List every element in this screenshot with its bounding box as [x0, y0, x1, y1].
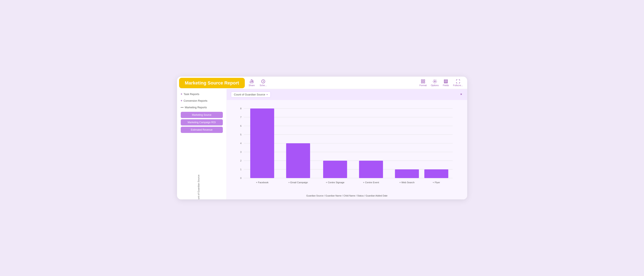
bar-facebook[interactable]: + Facebook: [250, 108, 274, 184]
share-label: Share: [249, 84, 255, 87]
fullscreen-icon: [456, 79, 460, 84]
svg-text:+ Flyer: + Flyer: [432, 181, 440, 184]
svg-text:+ Centre Event: + Centre Event: [363, 181, 379, 184]
svg-rect-31: [250, 108, 274, 178]
sidebar-item-label: Task Reports: [184, 93, 200, 96]
svg-rect-33: [286, 143, 310, 178]
title-badge: Marketing Source Report: [179, 78, 245, 88]
fields-icon: [444, 79, 448, 84]
options-icon: [432, 79, 437, 84]
sidebar-item-conversion-reports[interactable]: + Conversion Reports: [179, 98, 224, 103]
svg-rect-3: [251, 79, 252, 81]
svg-rect-8: [424, 82, 425, 83]
svg-rect-5: [422, 79, 423, 81]
dropdown-label: Count of Guardian Source: [234, 93, 265, 96]
share-icon: [249, 79, 254, 84]
chevron-down-icon: ▾: [266, 93, 268, 96]
format-icon: [421, 79, 425, 84]
app-container: Marketing Source Report arts Share: [177, 77, 467, 199]
app-title: Marketing Source Report: [185, 80, 239, 85]
svg-rect-12: [444, 82, 448, 83]
svg-rect-10: [444, 79, 448, 80]
svg-text:1: 1: [240, 168, 241, 171]
close-icon: [459, 92, 463, 96]
x-axis-label: Guardian Source / Guardian Name / Child …: [306, 194, 388, 197]
svg-rect-39: [395, 169, 419, 178]
format-toolbar-item[interactable]: Format: [420, 79, 427, 87]
sidebar-item-marketing-reports[interactable]: — Marketing Reports: [179, 104, 224, 110]
y-axis-label: Count of Guardian Source: [197, 175, 200, 199]
chart-dropdown[interactable]: Count of Guardian Source ▾: [231, 91, 271, 97]
bar-centre-event[interactable]: + Centre Event: [359, 161, 383, 184]
svg-text:6: 6: [240, 125, 241, 127]
chart-footer: Guardian Source / Guardian Name / Child …: [227, 193, 467, 199]
minus-icon: —: [181, 106, 184, 109]
bar-flyer[interactable]: + Flyer: [424, 169, 448, 184]
svg-rect-6: [424, 79, 425, 81]
svg-rect-37: [359, 161, 383, 178]
svg-point-9: [434, 81, 436, 82]
schedule-icon: [261, 79, 266, 84]
schedule-toolbar-item[interactable]: Sche...: [260, 79, 267, 87]
fullscreen-label: Fullscre...: [453, 84, 463, 87]
share-toolbar-item[interactable]: Share: [249, 79, 255, 87]
svg-text:+ Email Campaign: + Email Campaign: [288, 181, 308, 184]
svg-text:2: 2: [240, 159, 241, 162]
schedule-label: Sche...: [260, 84, 267, 87]
marketing-source-button[interactable]: Marketing Source: [181, 112, 223, 118]
svg-text:7: 7: [240, 116, 241, 118]
svg-text:+ Web Search: + Web Search: [399, 181, 414, 184]
fields-label: Fields: [443, 84, 449, 87]
plus-icon: +: [181, 99, 182, 102]
svg-text:3: 3: [240, 151, 241, 153]
chart-close-button[interactable]: [459, 92, 463, 97]
options-toolbar-item[interactable]: Options: [431, 79, 439, 87]
sidebar-item-task-reports[interactable]: + Task Reports: [179, 91, 224, 97]
svg-text:0: 0: [240, 177, 241, 179]
chart-header: Count of Guardian Source ▾: [227, 89, 467, 100]
bar-web-search[interactable]: + Web Search: [395, 169, 419, 184]
svg-text:5: 5: [240, 133, 241, 136]
fullscreen-toolbar-item[interactable]: Fullscre...: [453, 79, 463, 87]
svg-rect-41: [424, 169, 448, 178]
options-label: Options: [431, 84, 439, 87]
bar-centre-signage[interactable]: + Centre Signage: [323, 161, 347, 184]
fields-toolbar-item[interactable]: Fields: [443, 79, 449, 87]
sidebar-item-label: Conversion Reports: [184, 99, 208, 102]
sidebar-item-label: Marketing Reports: [185, 106, 207, 109]
main-layout: + Task Reports + Conversion Reports — Ma…: [177, 89, 467, 199]
toolbar-right-icons: Format Options Fields Fullscre...: [420, 79, 463, 87]
marketing-campaign-roi-button[interactable]: Marketing Campaign ROI: [181, 119, 223, 125]
toolbar: Marketing Source Report arts Share: [177, 77, 467, 89]
bar-email-campaign[interactable]: + Email Campaign: [286, 143, 310, 184]
svg-rect-35: [323, 161, 347, 178]
plus-icon: +: [181, 92, 182, 96]
bar-chart: Count of Guardian Source 0 1 2 3: [229, 104, 461, 191]
sidebar-sub-items: Marketing Source Marketing Campaign ROI …: [179, 111, 224, 134]
svg-rect-11: [444, 81, 448, 82]
estimated-revenue-button[interactable]: Estimated Revenue: [181, 127, 223, 133]
chart-area: Count of Guardian Source ▾ Count of Guar…: [227, 89, 467, 199]
sidebar: + Task Reports + Conversion Reports — Ma…: [177, 89, 227, 199]
format-label: Format: [420, 84, 427, 87]
svg-text:+ Centre Signage: + Centre Signage: [326, 181, 344, 184]
svg-text:8: 8: [240, 107, 241, 110]
svg-text:+ Facebook: + Facebook: [256, 181, 268, 184]
chart-body: Count of Guardian Source 0 1 2 3: [227, 100, 467, 193]
svg-rect-7: [422, 82, 423, 83]
svg-text:4: 4: [240, 142, 242, 145]
